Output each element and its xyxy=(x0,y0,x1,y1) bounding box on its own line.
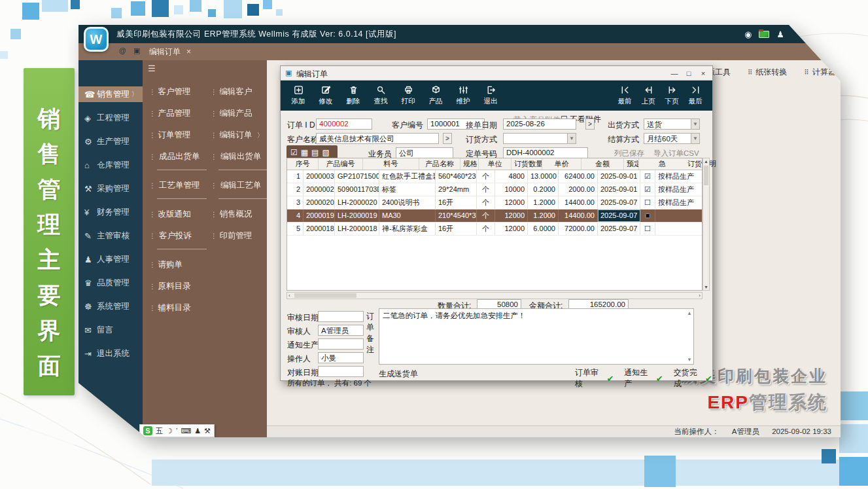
table-row[interactable]: 2 2000002 5090011703D 标签 29*24mm 个 10000… xyxy=(287,183,702,196)
scroll-down-icon[interactable]: ▼ xyxy=(687,357,692,363)
scroll-left-icon[interactable]: ‹ xyxy=(288,293,290,299)
table-row[interactable]: 1 2000003 GP210715008 红色款手工禮盒装 560*460*2… xyxy=(287,170,702,183)
add-button[interactable]: 添加 xyxy=(285,81,312,106)
operator-field[interactable]: 小曼 xyxy=(318,352,364,363)
sidebar-item-engineering[interactable]: ◈ 工程管理 xyxy=(78,110,143,126)
column-header[interactable]: 序号 xyxy=(287,158,319,170)
scroll-up-icon[interactable]: ▲ xyxy=(703,159,709,164)
submenu-item[interactable]: ⋮ 客户管理 xyxy=(149,86,209,98)
find-button[interactable]: 查找 xyxy=(367,81,394,106)
submenu-item[interactable]: ⋮ 客户投诉 xyxy=(149,230,209,249)
product-button[interactable]: 产品 xyxy=(422,81,449,106)
submenu-item[interactable]: ⋮ 原料目录 xyxy=(149,280,209,293)
chevron-down-icon[interactable]: ▼ xyxy=(691,119,699,129)
table-vertical-scrollbar[interactable]: ▲ ▼ xyxy=(703,158,710,291)
column-header[interactable]: 预定交期 xyxy=(624,158,639,170)
order-no-field[interactable]: DDH-4000002 xyxy=(503,147,588,158)
sidebar-item-sales[interactable]: ☎ 销售管理 〉 xyxy=(78,86,143,102)
generate-delivery-link[interactable]: 生成送货单 xyxy=(379,369,418,380)
submenu-item[interactable]: ⋮ 改版通知 xyxy=(149,208,209,221)
submenu-item[interactable]: ⋮ 请购单 xyxy=(149,259,209,271)
column-header[interactable]: 产品名称 xyxy=(419,158,460,170)
sidebar-item-system[interactable]: ☸ 系统管理 xyxy=(78,299,143,314)
copy-icon[interactable]: ▧ xyxy=(322,148,329,157)
column-header[interactable]: 单价 xyxy=(542,158,582,170)
submenu-item[interactable]: ⋮ 编辑出货单 xyxy=(211,151,266,170)
sidebar-item-message[interactable]: ✉ 留言 xyxy=(78,322,143,338)
column-header[interactable]: 急 xyxy=(639,158,685,170)
customer-name-field[interactable]: 威美信息技术有限公司 xyxy=(316,133,439,144)
submenu-item[interactable]: ⋮ 订单管理 xyxy=(149,129,209,141)
submenu-item[interactable]: ⋮ 销售概况 xyxy=(211,208,266,221)
urgent-checkbox[interactable]: ☑ xyxy=(640,170,655,183)
ime-toolbar[interactable]: S 五 ☽ ’ ⌨ ♟ ⚒ xyxy=(139,424,215,437)
ime-settings-icon[interactable]: ⚒ xyxy=(204,427,211,435)
scrollbar-thumb[interactable] xyxy=(294,293,356,298)
close-button[interactable]: × xyxy=(697,66,710,81)
scrollbar-thumb[interactable] xyxy=(704,166,708,185)
table-row[interactable]: 5 2000018 LH-2000018 禅-私房茶彩盒 16开 个 12000… xyxy=(287,223,702,236)
scroll-up-icon[interactable]: ▲ xyxy=(687,310,692,316)
folder-icon[interactable] xyxy=(759,31,769,38)
salesman-field[interactable]: 公司 xyxy=(396,147,453,158)
submenu-item[interactable]: ⋮ 工艺单管理 xyxy=(149,179,209,199)
table-row[interactable]: 3 2000020 LH-2000020 2400说明书 16开 个 12000… xyxy=(287,196,702,209)
table-row[interactable]: 4 2000019 LH-2000019 MA30 210*4540*354( … xyxy=(287,209,702,223)
notify-production-field[interactable] xyxy=(318,338,364,350)
prev-page-button[interactable]: 上页 xyxy=(636,81,660,106)
check-list-icon[interactable]: ☑ xyxy=(290,148,298,157)
exit-button[interactable]: 退出 xyxy=(477,81,504,106)
urgent-checkbox[interactable]: ☐ xyxy=(640,223,655,235)
urgent-checkbox[interactable]: ■ xyxy=(640,209,655,222)
sidebar-item-production[interactable]: ⚙ 生产管理 xyxy=(78,134,143,149)
calendar-icon[interactable]: ▦ xyxy=(301,148,308,157)
chevron-down-icon[interactable]: ▼ xyxy=(567,134,576,143)
maximize-button[interactable]: □ xyxy=(682,66,695,81)
column-header[interactable]: 料号 xyxy=(363,158,419,170)
sidebar-item-warehouse[interactable]: ⌂ 仓库管理 xyxy=(78,157,143,173)
submenu-item[interactable]: ⋮ 成品出货单 xyxy=(149,151,209,170)
modify-button[interactable]: 修改 xyxy=(312,81,339,106)
ime-keyboard-icon[interactable]: ⌨ xyxy=(181,427,191,435)
reconcile-date-field[interactable] xyxy=(318,366,364,377)
column-header[interactable]: 规格 xyxy=(460,158,479,170)
columns-saved-link[interactable]: 列已保存 xyxy=(614,149,644,158)
sidebar-item-audit[interactable]: ✎ 主管审核 xyxy=(78,228,143,244)
sidebar-item-quality[interactable]: ♛ 品质管理 xyxy=(78,275,143,291)
import-csv-link[interactable]: 导入订单CSV xyxy=(653,149,699,158)
ime-punct-icon[interactable]: ’ xyxy=(176,427,177,435)
delete-button[interactable]: 删除 xyxy=(339,81,367,106)
next-page-button[interactable]: 下页 xyxy=(660,81,684,106)
submenu-item[interactable]: ⋮ 编辑产品 xyxy=(211,107,266,120)
first-page-button[interactable]: 最前 xyxy=(613,81,636,106)
receive-date-field[interactable]: 2025-08-26 xyxy=(503,118,576,130)
last-page-button[interactable]: 最后 xyxy=(684,81,707,106)
urgent-checkbox[interactable]: ☑ xyxy=(640,183,655,196)
status-check[interactable]: 通知生产 ✔ xyxy=(624,367,663,389)
status-check[interactable]: 订单审核 ✔ xyxy=(575,367,614,389)
tool-shortcut[interactable]: ⠿ 计算器 xyxy=(804,67,835,78)
order-remark-textarea[interactable]: 二笔急的订单，请务必优先加急安排生产！ xyxy=(379,308,694,365)
tab-close-icon[interactable]: × xyxy=(186,43,191,60)
column-header[interactable]: 金额 xyxy=(582,158,624,170)
scroll-down-icon[interactable]: ▼ xyxy=(703,285,709,289)
ime-user-icon[interactable]: ♟ xyxy=(194,427,201,435)
tool-shortcut[interactable]: ⠿ 纸张转换 xyxy=(748,67,787,78)
column-header[interactable]: 产品编号 xyxy=(319,158,363,170)
auditor-field[interactable]: A管理员 xyxy=(318,325,364,336)
maintain-button[interactable]: 维护 xyxy=(449,81,477,106)
submenu-item[interactable]: ⋮ 辅料目录 xyxy=(149,302,209,314)
sidebar-item-hr[interactable]: ♟ 人事管理 xyxy=(78,251,143,267)
settle-method-select[interactable]: 月结60天 ▼ xyxy=(644,133,700,144)
submenu-item[interactable]: ⋮ 编辑工艺单 xyxy=(211,179,266,199)
note-icon[interactable]: ▤ xyxy=(311,148,319,157)
sidebar-item-exit[interactable]: ⇥ 退出系统 xyxy=(78,346,143,361)
scroll-right-icon[interactable]: › xyxy=(699,293,701,299)
minimize-button[interactable]: — xyxy=(668,66,681,81)
submenu-item[interactable]: ⋮ 印前管理 xyxy=(211,230,266,242)
menu-collapse-icon[interactable]: ☰ xyxy=(148,63,156,73)
submenu-item[interactable]: ⋮ 编辑客户 xyxy=(211,86,266,98)
account-icon[interactable]: ◉ xyxy=(744,29,752,39)
order-id-field[interactable]: 4000002 xyxy=(316,118,372,130)
submenu-item[interactable]: ⋮ 产品管理 xyxy=(149,107,209,120)
